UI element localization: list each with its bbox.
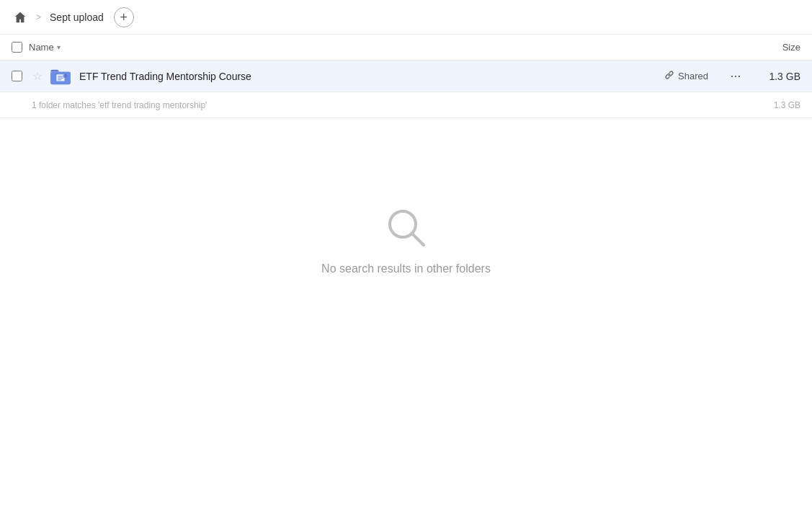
- file-size-value: 1.3 GB: [757, 71, 800, 82]
- more-options-button[interactable]: ···: [726, 66, 746, 86]
- select-all-checkbox[interactable]: [12, 42, 22, 53]
- search-info-row: 1 folder matches 'etf trend trading ment…: [0, 92, 812, 118]
- add-tab-button[interactable]: +: [114, 7, 134, 27]
- breadcrumb-tab[interactable]: Sept upload: [45, 9, 108, 26]
- search-info-text: 1 folder matches 'etf trend trading ment…: [32, 100, 774, 110]
- file-row[interactable]: ☆ ETF Trend Trading Mentorship Course Sh…: [0, 61, 812, 92]
- star-button[interactable]: ☆: [29, 68, 46, 85]
- home-button[interactable]: [9, 6, 32, 29]
- name-sort-chevron: ▾: [57, 43, 61, 51]
- no-results-icon: [383, 205, 429, 251]
- select-all-checkbox-wrap[interactable]: [12, 42, 29, 53]
- folder-icon: [50, 67, 71, 86]
- file-name-label: ETF Trend Trading Mentorship Course: [79, 71, 659, 82]
- name-column-label: Name: [29, 42, 54, 53]
- breadcrumb-separator: >: [36, 12, 41, 22]
- empty-state-message: No search results in other folders: [321, 262, 491, 275]
- file-checkbox-wrap[interactable]: [12, 71, 29, 81]
- shared-badge[interactable]: Shared: [659, 67, 714, 85]
- svg-line-7: [412, 234, 424, 245]
- file-checkbox[interactable]: [12, 71, 22, 81]
- folder-icon-wrap: [49, 65, 72, 88]
- link-icon: [664, 70, 674, 82]
- empty-state: No search results in other folders: [0, 118, 812, 275]
- column-header-row: Name ▾ Size: [0, 35, 812, 61]
- search-info-size: 1.3 GB: [774, 100, 800, 110]
- size-column-header: Size: [743, 42, 800, 53]
- name-column-header[interactable]: Name ▾: [29, 42, 743, 53]
- home-icon: [14, 11, 27, 24]
- shared-label: Shared: [678, 71, 708, 81]
- header-bar: > Sept upload +: [0, 0, 812, 35]
